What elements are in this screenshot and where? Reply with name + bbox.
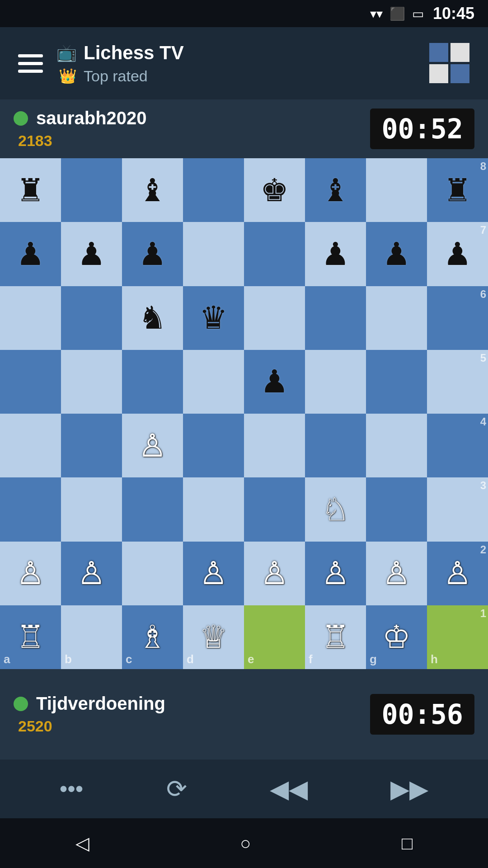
chess-cell-h7[interactable]: 7♟ xyxy=(427,222,488,286)
status-time: 10:45 xyxy=(433,4,474,23)
chess-cell-a8[interactable]: ♜ xyxy=(0,158,61,222)
chess-cell-b5[interactable] xyxy=(61,350,122,414)
refresh-button[interactable]: ⟳ xyxy=(166,774,187,803)
chess-cell-g4[interactable] xyxy=(366,414,427,477)
chess-cell-g3[interactable] xyxy=(366,477,427,541)
piece-f7: ♟ xyxy=(321,238,350,270)
chess-cell-g8[interactable] xyxy=(366,158,427,222)
chess-cell-f4[interactable] xyxy=(305,414,366,477)
chess-cell-e3[interactable] xyxy=(244,477,305,541)
chess-cell-c5[interactable] xyxy=(122,350,183,414)
bottom-player-rating: 2520 xyxy=(14,717,165,735)
chess-cell-d5[interactable] xyxy=(183,350,244,414)
chess-cell-g6[interactable] xyxy=(366,286,427,350)
chess-cell-e6[interactable] xyxy=(244,286,305,350)
chess-cell-b3[interactable] xyxy=(61,477,122,541)
chess-cell-b7[interactable]: ♟ xyxy=(61,222,122,286)
chess-cell-b8[interactable] xyxy=(61,158,122,222)
chess-cell-d2[interactable]: ♙ xyxy=(183,542,244,605)
signal-icon: ⬛ xyxy=(389,6,405,21)
top-player-dot xyxy=(14,111,28,126)
chess-cell-b2[interactable]: ♙ xyxy=(61,542,122,605)
chess-logo-cell-1 xyxy=(429,43,448,62)
chess-cell-e4[interactable] xyxy=(244,414,305,477)
piece-g1: ♔ xyxy=(382,621,411,653)
chess-cell-e8[interactable]: ♚ xyxy=(244,158,305,222)
chess-cell-f1[interactable]: f♖ xyxy=(305,605,366,669)
chess-cell-f3[interactable]: ♘ xyxy=(305,477,366,541)
chess-cell-a5[interactable] xyxy=(0,350,61,414)
chess-cell-d6[interactable]: ♛ xyxy=(183,286,244,350)
chess-cell-f5[interactable] xyxy=(305,350,366,414)
chess-cell-b6[interactable] xyxy=(61,286,122,350)
chess-cell-e7[interactable] xyxy=(244,222,305,286)
back-button[interactable]: ◁ xyxy=(75,833,89,854)
chess-cell-g5[interactable] xyxy=(366,350,427,414)
more-button[interactable]: ••• xyxy=(60,776,84,802)
chess-cell-h8[interactable]: 8♜ xyxy=(427,158,488,222)
chess-cell-c8[interactable]: ♝ xyxy=(122,158,183,222)
chess-cell-a7[interactable]: ♟ xyxy=(0,222,61,286)
chess-cell-f8[interactable]: ♝ xyxy=(305,158,366,222)
chess-cell-h5[interactable]: 5 xyxy=(427,350,488,414)
chess-cell-a4[interactable] xyxy=(0,414,61,477)
chess-cell-f6[interactable] xyxy=(305,286,366,350)
chess-cell-d4[interactable] xyxy=(183,414,244,477)
piece-f3: ♘ xyxy=(321,494,350,525)
chess-cell-b1[interactable]: b xyxy=(61,605,122,669)
home-button[interactable]: ○ xyxy=(240,833,251,854)
piece-g7: ♟ xyxy=(382,238,411,270)
chess-cell-b4[interactable] xyxy=(61,414,122,477)
rank-label-7: 7 xyxy=(480,224,486,236)
piece-f2: ♙ xyxy=(321,557,350,589)
chess-cell-e5[interactable]: ♟ xyxy=(244,350,305,414)
top-player-info: saurabh2020 2183 xyxy=(14,108,147,150)
chess-cell-e2[interactable]: ♙ xyxy=(244,542,305,605)
chess-cell-d3[interactable] xyxy=(183,477,244,541)
hamburger-menu[interactable] xyxy=(18,54,43,73)
piece-f1: ♖ xyxy=(321,621,350,653)
top-player-area: saurabh2020 2183 00:52 xyxy=(0,99,488,158)
chess-cell-e1[interactable]: e xyxy=(244,605,305,669)
chess-cell-g7[interactable]: ♟ xyxy=(366,222,427,286)
chess-cell-g2[interactable]: ♙ xyxy=(366,542,427,605)
chess-cell-a2[interactable]: ♙ xyxy=(0,542,61,605)
piece-h2: ♙ xyxy=(443,557,472,589)
chess-cell-h3[interactable]: 3 xyxy=(427,477,488,541)
header-title-row: 📺 Lichess TV xyxy=(56,42,184,64)
chess-board[interactable]: ♜♝♚♝8♜♟♟♟♟♟7♟♞♛6♟5♙4♘3♙♙♙♙♙♙2♙a♖bc♗d♕ef♖… xyxy=(0,158,488,669)
chess-cell-h6[interactable]: 6 xyxy=(427,286,488,350)
rewind-button[interactable]: ◀◀ xyxy=(270,774,308,803)
file-label-b: b xyxy=(65,652,72,666)
chess-cell-f7[interactable]: ♟ xyxy=(305,222,366,286)
status-bar: ▾▾ ⬛ ▭ 10:45 xyxy=(0,0,488,27)
chess-cell-c7[interactable]: ♟ xyxy=(122,222,183,286)
chess-cell-a3[interactable] xyxy=(0,477,61,541)
chess-cell-a1[interactable]: a♖ xyxy=(0,605,61,669)
chess-cell-a6[interactable] xyxy=(0,286,61,350)
chess-cell-c4[interactable]: ♙ xyxy=(122,414,183,477)
rank-label-1: 1 xyxy=(480,607,486,620)
piece-a7: ♟ xyxy=(16,238,45,270)
chess-board-container[interactable]: ♜♝♚♝8♜♟♟♟♟♟7♟♞♛6♟5♙4♘3♙♙♙♙♙♙2♙a♖bc♗d♕ef♖… xyxy=(0,158,488,669)
bottom-player-name-row: Tijdverdoening xyxy=(14,693,165,714)
file-label-d: d xyxy=(187,652,194,666)
piece-h8: ♜ xyxy=(443,175,472,206)
chess-cell-f2[interactable]: ♙ xyxy=(305,542,366,605)
control-bar: ••• ⟳ ◀◀ ▶▶ xyxy=(0,760,488,818)
chess-cell-g1[interactable]: g♔ xyxy=(366,605,427,669)
chess-cell-d8[interactable] xyxy=(183,158,244,222)
header-title-block: 📺 Lichess TV 👑 Top rated xyxy=(56,42,184,85)
chess-cell-h1[interactable]: 1h xyxy=(427,605,488,669)
chess-cell-d1[interactable]: d♕ xyxy=(183,605,244,669)
chess-cell-c6[interactable]: ♞ xyxy=(122,286,183,350)
chess-cell-h4[interactable]: 4 xyxy=(427,414,488,477)
chess-logo[interactable] xyxy=(429,43,470,84)
chess-cell-h2[interactable]: 2♙ xyxy=(427,542,488,605)
forward-button[interactable]: ▶▶ xyxy=(390,774,428,803)
chess-cell-c1[interactable]: c♗ xyxy=(122,605,183,669)
chess-cell-c2[interactable] xyxy=(122,542,183,605)
chess-cell-d7[interactable] xyxy=(183,222,244,286)
chess-cell-c3[interactable] xyxy=(122,477,183,541)
recent-apps-button[interactable]: □ xyxy=(402,833,413,854)
